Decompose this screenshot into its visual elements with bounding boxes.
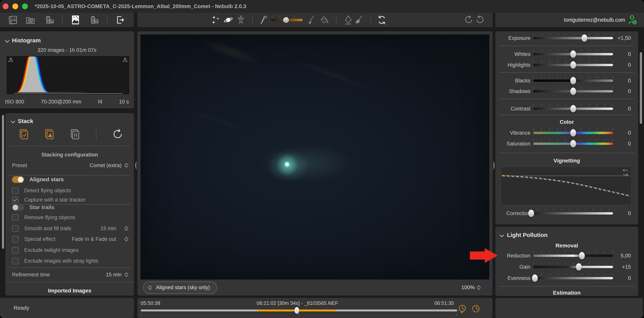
- exclude-twilight-checkbox[interactable]: [12, 247, 19, 254]
- blacks-slider[interactable]: [533, 79, 613, 82]
- zoom-window-button[interactable]: [22, 3, 28, 9]
- blacks-knob[interactable]: [570, 77, 576, 84]
- divider: [499, 286, 634, 287]
- exposure-knob[interactable]: [582, 34, 587, 42]
- vibrance-label: Vibrance: [496, 130, 530, 136]
- status-text: Ready: [14, 305, 29, 311]
- exposure-slider[interactable]: [533, 37, 613, 39]
- exclude-stray-lights-checkbox[interactable]: [12, 258, 19, 265]
- stack-warning-images-icon[interactable]: [45, 129, 54, 140]
- planet-tool-icon[interactable]: [223, 15, 233, 24]
- toolbar-separator: [336, 16, 336, 24]
- view-mode-value: Aligned stars (sky only): [156, 285, 210, 291]
- stars-tool-icon[interactable]: [211, 15, 222, 24]
- remove-flying-objects-checkbox[interactable]: [12, 214, 19, 221]
- left-panel-scrollbar[interactable]: [2, 115, 4, 249]
- refresh-preview-icon[interactable]: [377, 15, 387, 25]
- smooth-fill-trails-checkbox[interactable]: [12, 225, 19, 232]
- aligned-stars-toggle[interactable]: [12, 176, 24, 183]
- whites-slider[interactable]: [533, 53, 613, 55]
- timeline-current-frame: 06:21:02 [30m 34s] - _8103565.NEF: [141, 300, 454, 306]
- refinement-updown-chevron-icon[interactable]: [124, 272, 129, 278]
- correction-slider[interactable]: [530, 212, 613, 215]
- clock-check-icon[interactable]: [458, 304, 467, 314]
- eraser-tool-icon[interactable]: [344, 15, 353, 25]
- vignetting-refresh-icon[interactable]: [622, 169, 629, 176]
- evenness-knob[interactable]: [532, 275, 538, 282]
- clock-history-icon[interactable]: [471, 304, 480, 314]
- reduction-slider[interactable]: [533, 255, 613, 257]
- comet-image[interactable]: [140, 34, 490, 280]
- minimize-window-button[interactable]: [12, 3, 18, 9]
- stacking-config-heading: Stacking configuration: [6, 152, 134, 158]
- highlights-value: 0: [610, 62, 631, 68]
- undo-icon[interactable]: [475, 15, 484, 24]
- vibrance-row: Vibrance 0: [496, 129, 638, 137]
- vibrance-slider[interactable]: [533, 132, 613, 134]
- correction-knob[interactable]: [528, 210, 534, 217]
- discard-current-image-icon[interactable]: [89, 15, 99, 24]
- shadows-knob[interactable]: [570, 88, 576, 95]
- star-trails-label: Star trails: [30, 204, 54, 210]
- highlights-knob[interactable]: [570, 61, 576, 69]
- broom-tool-icon[interactable]: [354, 15, 364, 25]
- evenness-slider[interactable]: [533, 277, 613, 279]
- whites-knob[interactable]: [570, 50, 576, 58]
- file-toolbar: [0, 13, 134, 27]
- magic-wand-icon[interactable]: [259, 15, 268, 25]
- redo-icon[interactable]: [464, 15, 473, 24]
- saturation-knob[interactable]: [570, 140, 576, 147]
- detect-flying-objects-checkbox[interactable]: [12, 187, 19, 194]
- blacks-value: 0: [610, 78, 631, 84]
- refinement-time-select[interactable]: Refinement time 15 min: [6, 271, 134, 279]
- preset-label: Preset: [12, 162, 27, 168]
- discard-images-icon[interactable]: [44, 15, 54, 24]
- stack-accepted-images-icon[interactable]: [19, 129, 29, 140]
- timeline-ticks: [141, 313, 457, 316]
- saturation-slider[interactable]: [533, 143, 613, 145]
- fill-bucket-icon[interactable]: [320, 15, 330, 24]
- special-effect-checkbox[interactable]: [12, 236, 19, 243]
- add-images-icon[interactable]: [9, 15, 18, 24]
- brush-tool-icon[interactable]: [307, 15, 316, 25]
- highlights-slider[interactable]: [533, 64, 613, 66]
- gain-slider[interactable]: [533, 266, 613, 268]
- histogram-collapse-chevron-icon[interactable]: [5, 38, 9, 42]
- add-folder-icon[interactable]: [26, 16, 35, 24]
- export-icon[interactable]: [116, 15, 125, 24]
- show-image-icon[interactable]: [71, 15, 80, 25]
- smooth-fill-trails-value: 15 min: [100, 226, 116, 232]
- shadow-clipping-warning-icon[interactable]: ⚠: [8, 57, 13, 63]
- collapse-left-panel-arrow[interactable]: [134, 160, 137, 171]
- preset-select[interactable]: Preset Comet (extra): [6, 161, 134, 170]
- gain-knob[interactable]: [576, 263, 582, 271]
- view-mode-updown-chevron-icon: [148, 285, 152, 291]
- vibrance-knob[interactable]: [570, 129, 576, 137]
- saturation-label: Saturation: [496, 141, 530, 147]
- account-button[interactable]: tonigutierrez@nebulb.com: [564, 15, 638, 25]
- tool-strength-slider[interactable]: [271, 19, 303, 21]
- right-panel-scrollbar[interactable]: [640, 52, 642, 124]
- exposure-label: Exposure: [496, 35, 530, 41]
- light-pollution-collapse-chevron-icon[interactable]: [500, 233, 504, 237]
- contrast-knob[interactable]: [570, 105, 576, 112]
- zoom-level-select[interactable]: 100%: [461, 285, 481, 291]
- pylon-tool-icon[interactable]: [237, 15, 245, 25]
- stack-paused-images-icon[interactable]: [70, 129, 80, 140]
- stack-reset-icon[interactable]: [112, 129, 123, 140]
- contrast-slider[interactable]: [533, 108, 613, 110]
- capture-star-tracker-checkbox[interactable]: [12, 197, 19, 203]
- shadows-slider[interactable]: [533, 90, 613, 92]
- star-trails-toggle[interactable]: [12, 204, 24, 211]
- timeline-knob[interactable]: [294, 307, 299, 314]
- close-window-button[interactable]: [3, 3, 8, 9]
- tool-strength-knob[interactable]: [283, 17, 289, 23]
- special-effect-updown-chevron-icon[interactable]: [124, 236, 129, 242]
- timeline-track[interactable]: [141, 310, 457, 312]
- smooth-updown-chevron-icon[interactable]: [124, 225, 129, 232]
- stack-collapse-chevron-icon[interactable]: [11, 119, 15, 123]
- view-mode-select[interactable]: Aligned stars (sky only): [143, 282, 217, 294]
- preset-updown-chevron-icon[interactable]: [124, 162, 129, 168]
- reduction-knob[interactable]: [579, 252, 585, 259]
- highlight-clipping-warning-icon[interactable]: ⚠: [122, 57, 128, 63]
